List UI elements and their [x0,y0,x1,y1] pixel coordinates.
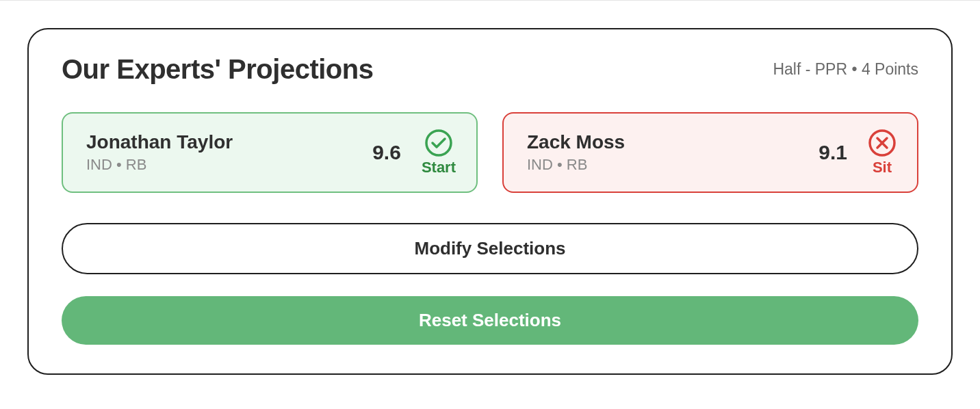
check-circle-icon [424,129,453,157]
player-right: 9.6 Start [372,129,456,176]
scoring-label: Half - PPR • 4 Points [773,60,918,79]
modify-selections-button[interactable]: Modify Selections [62,223,918,274]
player-name: Jonathan Taylor [86,131,233,153]
player-card-sit[interactable]: Zack Moss IND • RB 9.1 Sit [502,112,918,193]
player-right: 9.1 Sit [818,129,897,176]
player-card-start[interactable]: Jonathan Taylor IND • RB 9.6 Start [62,112,478,193]
player-name: Zack Moss [527,131,625,153]
reset-selections-button[interactable]: Reset Selections [62,296,918,345]
players-row: Jonathan Taylor IND • RB 9.6 Start [62,112,918,193]
projections-card: Our Experts' Projections Half - PPR • 4 … [27,28,953,375]
header-row: Our Experts' Projections Half - PPR • 4 … [62,54,918,85]
projection-value: 9.6 [372,141,401,164]
svg-point-0 [426,131,451,155]
projection-value: 9.1 [818,141,847,164]
recommendation-label: Start [422,159,456,176]
player-info: Jonathan Taylor IND • RB [86,131,233,174]
x-circle-icon [868,129,897,157]
status-column: Start [422,129,456,176]
status-column: Sit [868,129,897,176]
buttons-column: Modify Selections Reset Selections [62,223,918,345]
player-info: Zack Moss IND • RB [527,131,625,174]
page-title: Our Experts' Projections [62,54,373,85]
recommendation-label: Sit [873,159,892,176]
player-meta: IND • RB [86,156,233,174]
player-meta: IND • RB [527,156,625,174]
